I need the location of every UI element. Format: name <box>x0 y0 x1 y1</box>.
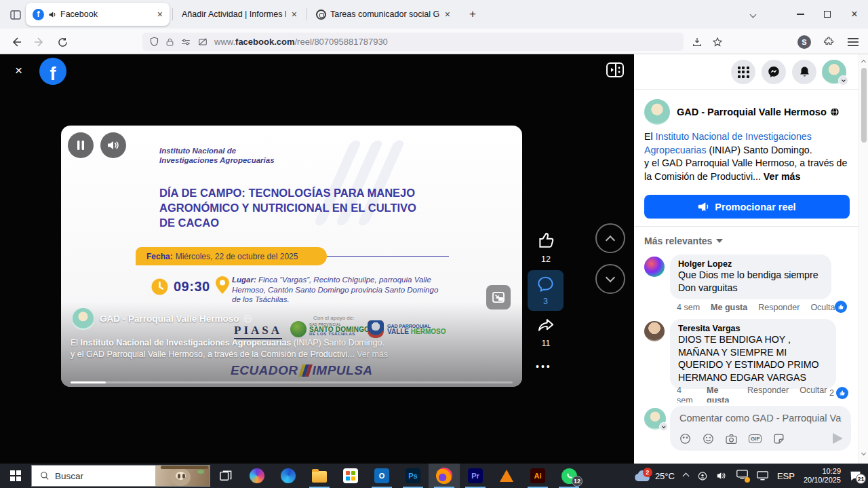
pause-button[interactable] <box>68 132 94 158</box>
comment-author[interactable]: Teresita Vargas <box>678 324 828 333</box>
video-progress-bar[interactable] <box>71 381 513 383</box>
taskbar-search[interactable]: Buscar <box>31 465 210 487</box>
close-reel-icon[interactable]: × <box>15 63 22 78</box>
sticker-icon[interactable] <box>773 433 785 445</box>
page-avatar[interactable] <box>644 99 670 125</box>
camera-icon[interactable] <box>726 434 737 445</box>
emoji-icon[interactable] <box>703 433 714 445</box>
previous-reel-button[interactable] <box>595 223 625 253</box>
page-name[interactable]: GAD - Parroquial Valle Hermoso <box>677 107 840 117</box>
new-tab-button[interactable]: + <box>464 5 481 23</box>
clock[interactable]: 10:29 20/10/2025 <box>804 467 841 485</box>
tracking-shield-icon[interactable] <box>149 37 159 47</box>
outlook-icon[interactable]: O <box>366 464 397 488</box>
permissions-icon[interactable] <box>180 37 191 47</box>
page-scrollbar[interactable] <box>859 54 868 464</box>
forward-button[interactable] <box>30 33 49 51</box>
tab-tareas[interactable]: Tareas comunicador social GAD × <box>309 3 457 26</box>
maximize-button[interactable] <box>814 0 841 29</box>
comment-bubble[interactable]: Teresita Vargas DIOS TE BENDIGA HOY , MA… <box>670 319 836 389</box>
lock-icon[interactable] <box>165 37 174 47</box>
fullscreen-toggle-icon[interactable] <box>606 62 624 80</box>
downloads-icon[interactable] <box>688 33 707 51</box>
scroll-down-icon[interactable] <box>861 451 866 455</box>
next-reel-button[interactable] <box>595 264 625 294</box>
comment-hide-button[interactable]: Ocultar <box>810 303 837 312</box>
see-more-link[interactable]: Ver más <box>764 171 800 182</box>
bookmark-star-icon[interactable] <box>708 33 727 51</box>
scrollbar-thumb[interactable] <box>861 68 867 143</box>
comment-author[interactable]: Holger Lopez <box>678 259 823 269</box>
tab-audio-icon[interactable] <box>48 10 57 19</box>
tab-close-icon[interactable]: × <box>445 9 450 20</box>
menu-hamburger-icon[interactable] <box>844 33 863 51</box>
comment-reply-button[interactable]: Responder <box>747 386 789 396</box>
start-button[interactable] <box>0 464 31 488</box>
send-comment-icon[interactable] <box>833 433 843 444</box>
picture-in-picture-button[interactable] <box>486 285 511 309</box>
task-view-icon[interactable] <box>210 464 241 488</box>
whatsapp-icon[interactable]: 12 <box>553 464 585 488</box>
extensions-puzzle-icon[interactable] <box>819 33 838 51</box>
profile-avatar[interactable] <box>822 60 846 84</box>
search-highlight-image[interactable] <box>155 466 210 486</box>
comment-like-button[interactable]: Me gusta <box>707 386 736 402</box>
firefox-icon[interactable] <box>429 464 460 488</box>
video-page-header[interactable]: GAD - Parroquial Valle Hermoso <box>72 307 252 330</box>
commenter-avatar[interactable] <box>644 257 665 277</box>
firefox-view-icon[interactable] <box>7 7 24 23</box>
tab-close-icon[interactable]: × <box>292 9 297 20</box>
facebook-logo[interactable]: f <box>39 58 66 85</box>
notifications-bell-icon[interactable] <box>792 60 816 84</box>
comment-action[interactable]: 3 <box>528 270 564 311</box>
commenter-avatar[interactable] <box>644 321 665 341</box>
like-action[interactable]: 12 <box>528 231 564 264</box>
comment-like-badge[interactable] <box>835 301 847 313</box>
vlc-icon[interactable] <box>491 464 522 488</box>
comment-bubble[interactable]: Holger Lopez Que Dios me lo bendiga siem… <box>670 255 831 299</box>
share-arrow-icon[interactable] <box>536 316 555 334</box>
comment-sort-dropdown[interactable]: Más relevantes <box>644 236 723 246</box>
url-bar[interactable]: www.facebook.com/reel/807095881787930 <box>142 33 684 51</box>
tray-expand-icon[interactable] <box>682 472 689 479</box>
language-indicator[interactable]: ESP <box>777 471 795 481</box>
messenger-icon[interactable] <box>762 60 786 84</box>
tab-facebook[interactable]: f Facebook × <box>26 3 170 26</box>
premiere-icon[interactable]: Pr <box>460 464 491 488</box>
comment-hide-button[interactable]: Ocultar <box>800 386 827 396</box>
extension-s-icon[interactable]: S <box>795 33 814 51</box>
comment-like-button[interactable]: Me gusta <box>711 303 747 312</box>
reel-video[interactable]: Instituto Nacional de Investigaciones Ag… <box>61 126 522 387</box>
autoplay-blocked-icon[interactable] <box>197 37 208 47</box>
page-avatar[interactable] <box>72 307 94 330</box>
volume-icon[interactable] <box>717 471 728 481</box>
scroll-up-icon[interactable] <box>861 60 866 64</box>
illustrator-icon[interactable]: Ai <box>522 464 553 488</box>
volume-button[interactable] <box>100 132 126 158</box>
photoshop-icon[interactable]: Ps <box>397 464 429 488</box>
file-explorer-icon[interactable] <box>304 464 335 488</box>
more-options-icon[interactable]: ••• <box>536 361 552 372</box>
gif-icon[interactable]: GIF <box>749 434 762 443</box>
reload-button[interactable] <box>53 33 72 51</box>
copilot-icon[interactable] <box>241 464 273 488</box>
url-text[interactable]: www.facebook.com/reel/807095881787930 <box>214 37 388 47</box>
edge-icon[interactable] <box>273 464 304 488</box>
avatar-sticker-icon[interactable] <box>679 433 691 445</box>
weather-widget[interactable]: 2 25°C <box>633 470 675 482</box>
see-more-link[interactable]: Ver más <box>357 350 388 359</box>
share-action[interactable]: 11 <box>528 316 564 348</box>
comment-reply-button[interactable]: Responder <box>758 303 800 312</box>
composer-avatar[interactable] <box>644 408 666 430</box>
like-thumb-icon[interactable] <box>536 231 555 250</box>
page-header[interactable]: GAD - Parroquial Valle Hermoso <box>644 99 840 125</box>
back-button[interactable] <box>7 33 26 51</box>
minimize-button[interactable] <box>787 0 814 29</box>
comment-input[interactable]: Comentar como GAD - Parroquial Vall... G… <box>670 406 851 451</box>
comment-time[interactable]: 4 sem <box>677 303 700 312</box>
page-name[interactable]: GAD - Parroquial Valle Hermoso <box>100 314 239 324</box>
tab-list-chevron-icon[interactable] <box>739 0 766 29</box>
comment-time[interactable]: 4 sem <box>677 386 696 402</box>
cast-status-icon[interactable] <box>736 470 748 482</box>
meet-now-icon[interactable] <box>697 471 708 481</box>
